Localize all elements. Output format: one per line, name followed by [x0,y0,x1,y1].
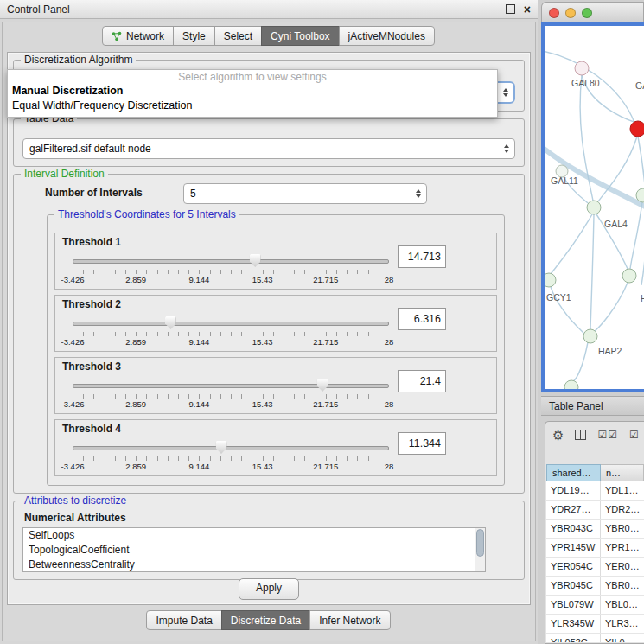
select-all-icon[interactable]: ☑ [629,430,640,440]
bottom-tabstrip: Impute Data Discretize Data Infer Networ… [0,610,538,630]
table-row[interactable]: YDL19… YDL1… [546,481,644,501]
scrollbar[interactable] [475,528,485,571]
threshold-3-slider[interactable] [73,379,389,392]
slider-thumb[interactable] [250,254,261,267]
network-node-label: HAP2 [598,346,622,356]
threshold-1-value-field[interactable]: 14.713 [398,245,446,268]
table-row[interactable]: YER054C YER0… [546,558,644,577]
discretization-algorithm-group-label: Discretization Algorithm [21,54,136,66]
slider-track[interactable] [73,259,389,264]
threshold-3-value-field[interactable]: 21.4 [398,370,446,392]
cell[interactable]: YIL0… [601,634,644,642]
table-row[interactable]: YBR043C YBR0… [546,520,644,539]
algorithm-option-equal-width[interactable]: Equal Width/Frequency Discretization [8,99,497,113]
number-of-intervals-combobox[interactable]: 5 [183,183,427,204]
network-canvas[interactable]: GAL80GAGAL11GAL4GCY1HHAP2 [541,22,644,392]
network-node[interactable] [545,273,556,287]
tab-cyni-toolbox[interactable]: Cyni Toolbox [261,26,339,46]
cell[interactable]: YBL0… [601,596,644,614]
columns-icon[interactable] [575,430,586,440]
threshold-2-slider[interactable] [73,316,389,330]
table-row[interactable]: YBR045C YBR0… [546,577,644,596]
scale-label: 28 [385,337,394,347]
float-window-icon[interactable] [506,4,515,14]
network-edge[interactable] [573,342,588,381]
mac-minimize-icon[interactable] [565,8,576,18]
apply-button[interactable]: Apply [239,578,299,600]
slider-thumb[interactable] [165,316,176,329]
cell[interactable]: YER0… [601,558,644,576]
table-row[interactable]: YDR27… YDR2… [546,501,644,520]
cell[interactable]: YBR0… [601,520,644,538]
threshold-4-value-field[interactable]: 11.344 [398,432,446,455]
tab-impute-data[interactable]: Impute Data [146,610,221,630]
mac-close-icon[interactable] [549,8,559,18]
slider-thumb[interactable] [317,379,328,392]
control-panel-titlebar: Control Panel × [0,0,538,19]
scale-label: 15.43 [252,462,273,471]
thresholds-group-label: Threshold's Coordinates for 5 Intervals [54,208,239,220]
scrollbar-thumb[interactable] [476,529,484,557]
table-row[interactable]: YBL079W YBL0… [546,596,644,615]
network-node[interactable] [630,121,644,137]
list-item[interactable]: TopologicalCoefficient [23,543,485,558]
scale-label: 9.144 [189,337,210,347]
cell[interactable]: YBR0… [601,577,644,595]
cell[interactable]: YLR3… [601,615,644,633]
threshold-2-value-field[interactable]: 6.316 [398,308,446,330]
slider-track[interactable] [73,446,389,450]
table-row[interactable]: YPR145W YPR1… [546,539,644,558]
table-row[interactable]: YIL052C YIL0… [546,634,644,642]
cell[interactable]: YDR27… [546,501,601,519]
cell[interactable]: YDL1… [601,481,644,500]
slider-thumb[interactable] [216,441,227,454]
network-node[interactable] [575,61,589,75]
cell[interactable]: YBR043C [546,520,601,538]
cell[interactable]: YDR2… [601,501,644,519]
control-panel-window: Control Panel × Network Style Select Cyn… [0,0,538,644]
tab-style[interactable]: Style [173,26,215,46]
network-node[interactable] [587,201,601,214]
cell[interactable]: YER054C [546,558,601,576]
network-node[interactable] [564,380,578,389]
gear-icon[interactable]: ⚙ [552,429,564,442]
tab-discretize-data[interactable]: Discretize Data [221,610,310,630]
table-data-combobox[interactable]: galFiltered.sif default node [22,138,515,159]
slider-track[interactable] [73,384,389,388]
tab-select[interactable]: Select [214,26,262,46]
close-icon[interactable]: × [524,5,531,14]
tab-infer-network[interactable]: Infer Network [309,610,390,630]
cell[interactable]: YLR345W [546,615,601,633]
slider-track[interactable] [73,322,389,326]
combo-arrows-icon [499,144,514,153]
tab-jactivemnodules[interactable]: jActiveMNodules [339,26,435,46]
network-node[interactable] [622,269,636,283]
tab-network[interactable]: Network [102,26,174,46]
list-item[interactable]: SelfLoops [23,528,485,543]
cell[interactable]: YBR045C [546,577,601,595]
cell[interactable]: YPR1… [601,539,644,557]
network-edge[interactable] [595,283,628,331]
network-edge[interactable] [551,214,592,274]
network-edge[interactable] [590,214,594,329]
column-header-shared-name[interactable]: shared… [546,464,601,481]
threshold-1-slider[interactable] [73,254,389,268]
scale-label: 28 [385,399,394,409]
cell[interactable]: YPR145W [546,539,601,557]
mac-zoom-icon[interactable] [582,8,592,18]
column-header-name[interactable]: n… [601,464,644,481]
slider-ticks [73,456,389,461]
select-columns-icon[interactable]: ☑☑ [597,430,618,440]
numerical-attributes-list[interactable]: SelfLoops TopologicalCoefficient Between… [22,527,486,572]
slider-ticks [73,332,389,336]
table-row[interactable]: YLR345W YLR3… [546,615,644,634]
interval-definition-group-label: Interval Definition [21,168,108,180]
list-item[interactable]: BetweennessCentrality [23,558,485,572]
network-edge[interactable] [630,202,642,269]
algorithm-option-manual[interactable]: Manual Discretization [8,84,497,99]
cell[interactable]: YBL079W [546,596,601,614]
cell[interactable]: YIL052C [546,634,601,642]
network-node[interactable] [583,329,597,343]
threshold-4-slider[interactable] [73,441,389,455]
cell[interactable]: YDL19… [546,481,601,500]
